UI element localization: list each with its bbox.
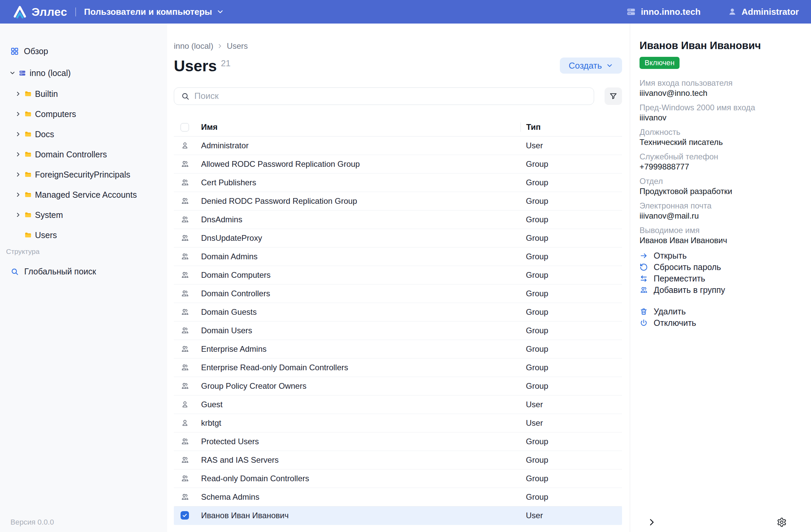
field-value: iiivanov bbox=[640, 113, 798, 123]
tree-item-users[interactable]: Users bbox=[0, 225, 167, 245]
action-delete[interactable]: Удалить bbox=[640, 306, 798, 317]
table-row[interactable]: Denied RODC Password Replication GroupGr… bbox=[174, 192, 622, 211]
table-row[interactable]: Domain UsersGroup bbox=[174, 321, 622, 340]
tree-item-root[interactable]: inno (local) bbox=[9, 66, 167, 80]
row-name: Domain Computers bbox=[201, 270, 520, 280]
tree-item-label: Domain Controllers bbox=[35, 150, 107, 159]
table-row[interactable]: RAS and IAS ServersGroup bbox=[174, 451, 622, 469]
row-type: User bbox=[520, 141, 622, 150]
details-panel: Иванов Иван Иванович Включен Имя входа п… bbox=[630, 24, 811, 532]
row-name: Guest bbox=[201, 400, 520, 409]
row-name: Allowed RODC Password Replication Group bbox=[201, 159, 520, 169]
create-button[interactable]: Создать bbox=[560, 58, 622, 74]
table-row[interactable]: Domain ControllersGroup bbox=[174, 285, 622, 303]
row-checkbox-checked[interactable] bbox=[181, 511, 189, 519]
action-label: Отключить bbox=[654, 318, 696, 328]
details-title: Иванов Иван Иванович bbox=[640, 40, 798, 52]
tree-item-docs[interactable]: Docs bbox=[0, 124, 167, 144]
row-type: Group bbox=[520, 233, 622, 243]
field-label: Пред-Windows 2000 имя входа bbox=[640, 103, 798, 113]
row-type: Group bbox=[520, 344, 622, 354]
action-label: Открыть bbox=[654, 251, 687, 261]
table-row[interactable]: AdministratorUser bbox=[174, 137, 622, 155]
tree-item-system[interactable]: System bbox=[0, 205, 167, 225]
search-input[interactable] bbox=[194, 91, 587, 101]
row-name: Enterprise Admins bbox=[201, 344, 520, 354]
settings-button[interactable] bbox=[777, 517, 787, 527]
action-move[interactable]: Переместить bbox=[640, 273, 798, 284]
field-value: +7999888777 bbox=[640, 162, 798, 172]
funnel-icon bbox=[609, 92, 618, 101]
table-row[interactable]: Enterprise Read-only Domain ControllersG… bbox=[174, 359, 622, 377]
table-row[interactable]: DnsAdminsGroup bbox=[174, 211, 622, 229]
group-icon bbox=[181, 437, 189, 446]
breadcrumb-item[interactable]: inno (local) bbox=[174, 41, 213, 51]
search-box[interactable] bbox=[174, 88, 594, 105]
chevron-down-icon[interactable] bbox=[9, 70, 16, 76]
group-icon bbox=[181, 493, 189, 501]
table-row[interactable]: Protected UsersGroup bbox=[174, 432, 622, 451]
group-icon bbox=[181, 178, 189, 187]
group-add-icon bbox=[640, 286, 648, 294]
field-value: Технический писатель bbox=[640, 137, 798, 147]
tree-item-label: Managed Service Accounts bbox=[35, 190, 137, 200]
row-type: Group bbox=[520, 326, 622, 335]
tree-children: BuiltinComputersDocsDomain ControllersFo… bbox=[0, 84, 167, 245]
detail-field: Пред-Windows 2000 имя входаiiivanov bbox=[640, 103, 798, 123]
row-type: Group bbox=[520, 159, 622, 169]
domain-indicator[interactable]: inno.inno.tech bbox=[626, 7, 701, 17]
table-row[interactable]: Cert PublishersGroup bbox=[174, 173, 622, 192]
logo-icon bbox=[12, 5, 28, 19]
table-row[interactable]: Domain AdminsGroup bbox=[174, 247, 622, 266]
table-row[interactable]: Schema AdminsGroup bbox=[174, 488, 622, 506]
folder-icon bbox=[24, 211, 32, 219]
table-row[interactable]: Read-only Domain ControllersGroup bbox=[174, 469, 622, 488]
column-header-type[interactable]: Тип bbox=[520, 122, 622, 132]
filter-button[interactable] bbox=[605, 88, 622, 105]
table-row[interactable]: Domain ComputersGroup bbox=[174, 266, 622, 285]
logo[interactable]: Эллес bbox=[12, 5, 67, 19]
table-row[interactable]: GuestUser bbox=[174, 395, 622, 414]
field-label: Служебный телефон bbox=[640, 152, 798, 162]
folder-icon bbox=[24, 231, 32, 239]
user-icon bbox=[181, 419, 189, 427]
sidebar-item-label: Обзор bbox=[24, 46, 48, 56]
topbar-right: inno.inno.tech Administrator bbox=[626, 7, 799, 17]
user-menu[interactable]: Administrator bbox=[728, 7, 799, 17]
action-reset-password[interactable]: Сбросить пароль bbox=[640, 261, 798, 273]
table-row[interactable]: Allowed RODC Password Replication GroupG… bbox=[174, 155, 622, 173]
tree-item-domain-controllers[interactable]: Domain Controllers bbox=[0, 144, 167, 165]
table-row[interactable]: Enterprise AdminsGroup bbox=[174, 340, 622, 359]
chevron-down-icon bbox=[216, 8, 224, 16]
action-add-to-group[interactable]: Добавить в группу bbox=[640, 284, 798, 295]
action-disable[interactable]: Отключить bbox=[640, 317, 798, 329]
tree-item-builtin[interactable]: Builtin bbox=[0, 84, 167, 104]
tree-item-managed-service-accounts[interactable]: Managed Service Accounts bbox=[0, 185, 167, 205]
table-row[interactable]: krbtgtUser bbox=[174, 414, 622, 432]
sidebar-item-overview[interactable]: Обзор bbox=[11, 44, 167, 58]
group-icon bbox=[181, 363, 189, 372]
column-header-name[interactable]: Имя bbox=[201, 122, 520, 132]
table-row[interactable]: Domain GuestsGroup bbox=[174, 303, 622, 321]
row-name: Cert Publishers bbox=[201, 178, 520, 187]
tree-item-foreignsecurityprincipals[interactable]: ForeignSecurityPrincipals bbox=[0, 165, 167, 185]
breadcrumb-item[interactable]: Users bbox=[227, 41, 248, 51]
group-icon bbox=[181, 160, 189, 168]
table-row[interactable]: DnsUpdateProxyGroup bbox=[174, 229, 622, 247]
module-dropdown[interactable]: Пользователи и компьютеры bbox=[84, 7, 224, 17]
table-row[interactable]: Group Policy Creator OwnersGroup bbox=[174, 377, 622, 395]
chevron-right-icon bbox=[647, 518, 656, 527]
collapse-panel-button[interactable] bbox=[647, 518, 656, 527]
field-label: Имя входа пользователя bbox=[640, 78, 798, 88]
search-icon bbox=[11, 267, 19, 276]
row-name: Domain Admins bbox=[201, 252, 520, 261]
field-value: iiivanov@mail.ru bbox=[640, 211, 798, 221]
tree-item-computers[interactable]: Computers bbox=[0, 104, 167, 124]
select-all-checkbox[interactable] bbox=[181, 123, 189, 132]
detail-field: ОтделПродуктовой разработки bbox=[640, 176, 798, 196]
table-row[interactable]: Иванов Иван ИвановичUser bbox=[174, 506, 622, 525]
arrow-right-icon bbox=[640, 252, 648, 260]
users-table: Имя Тип AdministratorUserAllowed RODC Pa… bbox=[174, 118, 622, 525]
action-open[interactable]: Открыть bbox=[640, 250, 798, 261]
sidebar-item-global-search[interactable]: Глобальный поиск bbox=[11, 265, 167, 278]
